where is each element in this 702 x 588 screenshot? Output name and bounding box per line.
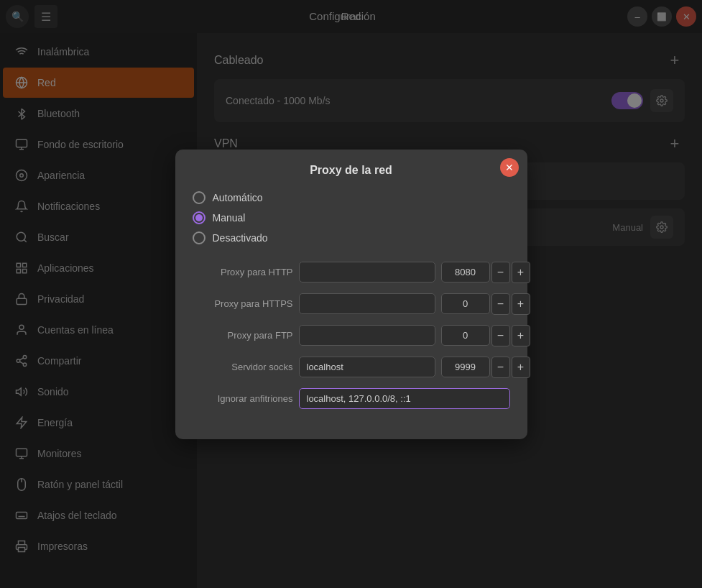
ftp-port-decrement[interactable]: − <box>491 325 510 346</box>
radio-disabled[interactable]: Desactivado <box>193 231 510 244</box>
modal-close-button[interactable]: ✕ <box>500 158 519 177</box>
radio-manual[interactable]: Manual <box>193 211 510 224</box>
ftp-proxy-row: Proxy para FTP − + <box>193 325 510 346</box>
https-proxy-row: Proxy para HTTPS − + <box>193 293 510 315</box>
modal-overlay[interactable]: Proxy de la red ✕ Automático Manual Desa… <box>0 0 702 588</box>
ftp-proxy-input[interactable] <box>299 325 435 346</box>
modal-title: Proxy de la red <box>193 164 510 177</box>
socks-port-decrement[interactable]: − <box>491 357 510 378</box>
https-port-decrement[interactable]: − <box>491 293 510 315</box>
radio-auto-circle <box>193 191 205 204</box>
radio-disabled-circle <box>193 231 205 244</box>
ftp-proxy-label: Proxy para FTP <box>193 330 293 341</box>
http-proxy-row: Proxy para HTTP − + <box>193 262 510 283</box>
https-port-increment[interactable]: + <box>512 293 530 315</box>
http-port-input[interactable] <box>441 262 490 282</box>
radio-manual-dot <box>195 214 203 221</box>
http-port-decrement[interactable]: − <box>491 262 510 283</box>
radio-manual-label: Manual <box>213 212 246 224</box>
ftp-port-input[interactable] <box>441 325 490 346</box>
socks-proxy-input[interactable] <box>299 357 435 377</box>
radio-auto-label: Automático <box>213 192 263 203</box>
https-port-group: − + <box>441 293 530 315</box>
socks-port-increment[interactable]: + <box>512 357 530 378</box>
radio-group: Automático Manual Desactivado <box>193 191 510 244</box>
proxy-modal: Proxy de la red ✕ Automático Manual Desa… <box>175 150 527 439</box>
http-port-increment[interactable]: + <box>512 262 530 283</box>
ignore-hosts-input[interactable] <box>299 388 510 409</box>
https-port-input[interactable] <box>441 293 490 314</box>
socks-proxy-row: Servidor socks − + <box>193 357 510 378</box>
socks-proxy-label: Servidor socks <box>193 362 293 372</box>
http-proxy-input[interactable] <box>299 262 435 282</box>
https-proxy-label: Proxy para HTTPS <box>193 298 293 309</box>
ignore-hosts-row: Ignorar anfitriones <box>193 388 510 409</box>
ftp-port-group: − + <box>441 325 530 346</box>
radio-auto[interactable]: Automático <box>193 191 510 204</box>
http-port-group: − + <box>441 262 530 283</box>
https-proxy-input[interactable] <box>299 293 435 314</box>
radio-manual-circle <box>193 211 205 224</box>
http-proxy-label: Proxy para HTTP <box>193 267 293 277</box>
ignore-hosts-label: Ignorar anfitriones <box>193 393 293 404</box>
socks-port-input[interactable] <box>441 357 490 377</box>
socks-port-group: − + <box>441 357 530 378</box>
radio-disabled-label: Desactivado <box>213 232 268 244</box>
ftp-port-increment[interactable]: + <box>512 325 530 346</box>
